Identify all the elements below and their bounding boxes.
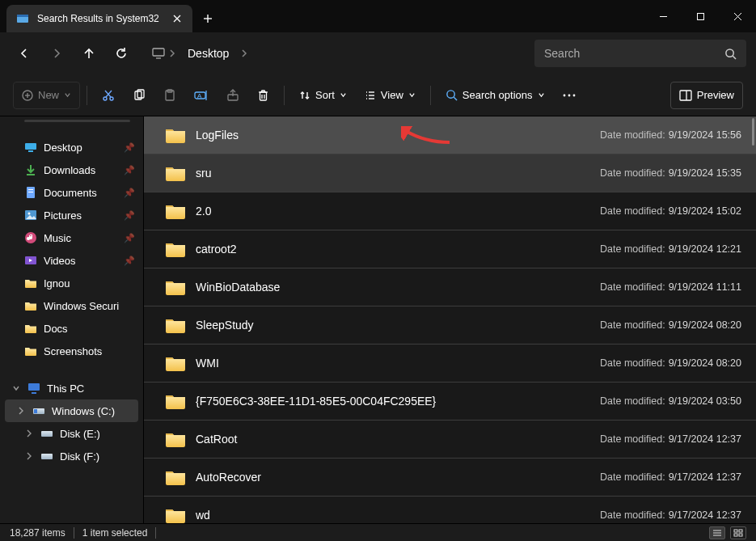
sidebar-item-ignou[interactable]: Ignou [0,272,143,294]
drive-icon [40,427,53,440]
separator [155,527,156,539]
breadcrumb[interactable]: Desktop [146,40,525,67]
result-modified: Date modified:9/19/2024 03:50 [600,395,741,407]
svg-point-41 [563,94,565,96]
sidebar-item-screenshots[interactable]: Screenshots [0,340,143,362]
preview-label: Preview [697,89,734,101]
sidebar-item-documents[interactable]: Documents 📌 [0,181,143,204]
copy-button[interactable] [125,82,154,109]
delete-button[interactable] [249,82,277,109]
paste-button[interactable] [155,82,184,109]
svg-rect-30 [260,92,267,100]
result-name: LogFiles [196,129,600,142]
sidebar-item-label: Documents [44,187,97,199]
pin-icon: 📌 [124,165,135,175]
svg-rect-58 [28,383,40,391]
chevron-down-icon[interactable] [11,384,21,392]
sidebar-item-pictures[interactable]: Pictures 📌 [0,204,143,226]
forward-button[interactable] [42,39,71,68]
new-button[interactable]: New [13,82,80,109]
maximize-button[interactable] [682,0,719,32]
folder-icon [165,468,186,486]
more-button[interactable] [555,82,584,109]
status-bar: 18,287 items 1 item selected [0,523,756,541]
result-row[interactable]: WMI Date modified:9/19/2024 08:20 [144,344,756,383]
result-row[interactable]: sru Date modified:9/19/2024 15:35 [144,154,756,192]
share-button[interactable] [218,82,247,109]
svg-point-54 [28,213,31,215]
sidebar-item-desktop[interactable]: Desktop 📌 [0,136,143,158]
drive-icon [40,450,53,463]
videos-icon [24,254,37,267]
result-row[interactable]: AutoRecover Date modified:9/17/2024 12:3… [144,459,756,497]
item-count: 18,287 items [10,527,65,539]
result-modified: Date modified:9/19/2024 08:20 [600,319,741,331]
result-modified: Date modified:9/19/2024 12:21 [600,243,741,255]
chevron-right-icon[interactable] [24,429,34,437]
search-input[interactable] [544,47,724,60]
result-modified: Date modified:9/19/2024 11:11 [600,281,741,293]
pc-icon [27,382,40,395]
folder-icon [24,299,37,312]
sidebar-item-docs[interactable]: Docs [0,317,143,340]
view-button[interactable]: View [357,82,424,109]
result-name: wd [196,509,600,522]
this-pc-label: This PC [47,383,84,395]
up-button[interactable] [74,39,103,68]
sidebar-item-label: Music [44,232,71,244]
details-view-button[interactable] [709,526,725,539]
view-label: View [381,89,403,101]
sidebar-item-windows-c-[interactable]: Windows (C:) [5,399,138,422]
back-button[interactable] [10,39,39,68]
sidebar-item-label: Downloads [44,164,95,176]
thumbnails-view-button[interactable] [730,526,746,539]
cut-button[interactable] [94,82,123,109]
sidebar-item-label: Videos [44,255,76,267]
chevron-right-icon[interactable] [16,407,26,415]
search-box[interactable] [534,40,746,67]
folder-icon [165,278,186,296]
chevron-right-icon[interactable] [239,49,250,57]
new-tab-button[interactable] [192,5,223,32]
result-name: catroot2 [196,243,600,256]
close-tab-button[interactable] [171,13,183,24]
tab-active[interactable]: Search Results in System32 [6,5,192,32]
search-options-button[interactable]: Search options [437,82,553,109]
svg-rect-47 [28,150,33,152]
navigation-pane[interactable]: Desktop 📌 Downloads 📌 Documents 📌 Pictur… [0,116,144,523]
svg-line-40 [454,97,457,100]
breadcrumb-item[interactable]: Desktop [179,44,237,63]
sidebar-item-this-pc[interactable]: This PC [0,377,143,399]
chevron-right-icon[interactable] [167,49,178,57]
sidebar-item-videos[interactable]: Videos 📌 [0,249,143,272]
result-row[interactable]: {F750E6C3-38EE-11D1-85E5-00C04FC295EE} D… [144,383,756,421]
sidebar-item-disk-e-[interactable]: Disk (E:) [0,422,143,445]
sidebar-item-music[interactable]: Music 📌 [0,226,143,249]
svg-rect-46 [25,143,36,150]
sidebar-item-downloads[interactable]: Downloads 📌 [0,158,143,181]
result-row[interactable]: WinBioDatabase Date modified:9/19/2024 1… [144,268,756,306]
preview-button[interactable]: Preview [670,82,743,109]
results-pane[interactable]: LogFiles Date modified:9/19/2024 15:56 s… [144,116,756,523]
result-row[interactable]: catroot2 Date modified:9/19/2024 12:21 [144,230,756,268]
result-row[interactable]: 2.0 Date modified:9/19/2024 15:02 [144,192,756,230]
close-window-button[interactable] [719,0,756,32]
result-name: WinBioDatabase [196,281,600,294]
sidebar-item-disk-f-[interactable]: Disk (F:) [0,445,143,467]
sidebar-item-label: Windows (C:) [52,405,115,417]
result-row[interactable]: CatRoot Date modified:9/17/2024 12:37 [144,421,756,459]
result-row[interactable]: SleepStudy Date modified:9/19/2024 08:20 [144,306,756,344]
pin-icon: 📌 [124,142,135,153]
sort-label: Sort [315,89,335,101]
result-row[interactable]: LogFiles Date modified:9/19/2024 15:56 [144,116,756,154]
rename-button[interactable]: A [186,82,217,109]
svg-line-20 [106,91,112,97]
sidebar-item-windows-securi[interactable]: Windows Securi [0,294,143,317]
sort-button[interactable]: Sort [291,82,355,109]
chevron-right-icon[interactable] [24,452,34,460]
minimize-button[interactable] [644,0,682,32]
result-modified: Date modified:9/17/2024 12:37 [600,471,741,483]
scrollbar[interactable] [752,118,754,146]
refresh-button[interactable] [107,39,136,68]
result-row[interactable]: wd Date modified:9/17/2024 12:37 [144,497,756,523]
